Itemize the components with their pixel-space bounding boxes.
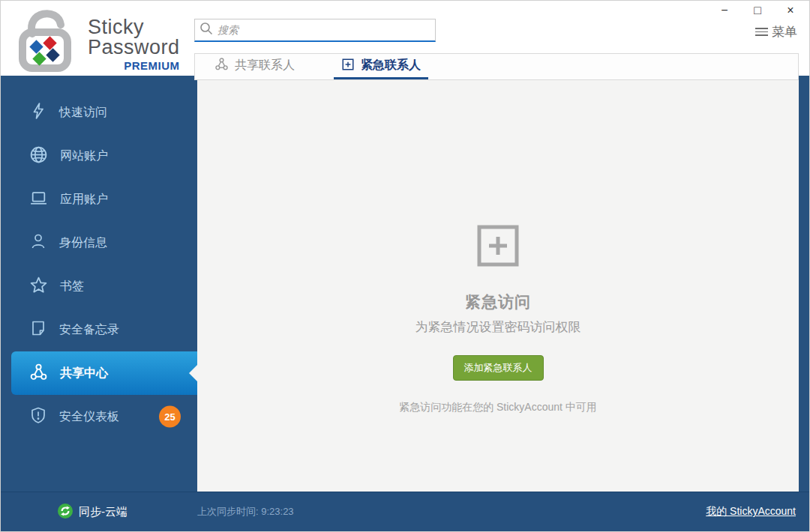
last-sync-time: 上次同步时间: 9:23:23 — [197, 492, 294, 531]
logo-line2: Password — [88, 37, 180, 58]
tab-shared-contacts[interactable]: 共享联系人 — [207, 54, 302, 79]
empty-state-note: 紧急访问功能在您的 StickyAccount 中可用 — [399, 401, 597, 414]
app-window: Sticky Password PREMIUM − □ × 菜单 — [0, 0, 810, 532]
logo-text: Sticky Password PREMIUM — [88, 17, 180, 72]
star-icon — [29, 276, 48, 297]
sync-label: 同步-云端 — [79, 505, 128, 519]
tab-bar: 共享联系人 紧急联系人 — [194, 53, 799, 80]
sidebar-item-label: 书签 — [60, 279, 84, 294]
globe-icon — [29, 145, 48, 167]
emergency-contacts-panel: 紧急访问 为紧急情况设置密码访问权限 添加紧急联系人 紧急访问功能在您的 Sti… — [197, 76, 799, 492]
window-controls: − □ × — [713, 2, 802, 19]
sidebar-item-label: 安全备忘录 — [59, 322, 119, 338]
logo-line1: Sticky — [88, 17, 180, 37]
share-center-icon — [29, 363, 48, 384]
big-plus-square-icon — [476, 224, 520, 270]
maximize-button[interactable]: □ — [746, 2, 769, 19]
person-icon — [29, 232, 47, 253]
sidebar-item-label: 共享中心 — [60, 366, 108, 381]
sidebar-item-app-accounts[interactable]: 应用账户 — [1, 178, 197, 221]
laptop-icon — [29, 189, 48, 211]
share-icon — [214, 57, 229, 74]
empty-state-subtitle: 为紧急情况设置密码访问权限 — [416, 318, 581, 336]
selected-item-notch — [189, 365, 197, 381]
sync-icon — [58, 504, 73, 521]
security-issues-badge: 25 — [159, 406, 181, 428]
status-bar: 同步-云端 上次同步时间: 9:23:23 我的 StickyAccount — [1, 492, 810, 532]
search-box[interactable] — [194, 19, 436, 42]
shield-alert-icon — [29, 406, 47, 427]
my-stickyaccount-link[interactable]: 我的 StickyAccount — [706, 492, 796, 531]
sticky-password-lock-icon — [10, 4, 82, 76]
empty-state-title: 紧急访问 — [465, 291, 531, 312]
sidebar-item-quick-access[interactable]: 快速访问 — [1, 91, 197, 134]
menu-button[interactable]: 菜单 — [755, 23, 797, 40]
sidebar-item-security-dashboard[interactable]: 安全仪表板 25 — [1, 395, 197, 438]
tab-label: 紧急联系人 — [361, 58, 421, 73]
sidebar-item-label: 安全仪表板 — [59, 409, 119, 425]
tab-label: 共享联系人 — [235, 58, 295, 73]
plus-square-icon — [341, 58, 355, 74]
close-button[interactable]: × — [779, 2, 802, 19]
sidebar-item-label: 身份信息 — [59, 235, 107, 251]
search-icon — [200, 22, 213, 38]
lightning-icon — [29, 102, 47, 123]
app-logo: Sticky Password PREMIUM — [10, 4, 180, 76]
sidebar-item-secure-memos[interactable]: 安全备忘录 — [1, 308, 197, 351]
sidebar-item-label: 网站账户 — [60, 148, 108, 164]
minimize-button[interactable]: − — [713, 2, 736, 19]
sidebar-item-web-accounts[interactable]: 网站账户 — [1, 134, 197, 178]
search-input[interactable] — [218, 24, 430, 36]
sidebar: 快速访问 网站账户 应用账户 — [1, 76, 197, 492]
hamburger-icon — [755, 28, 768, 36]
right-border-strip — [799, 76, 810, 492]
tab-emergency-contacts[interactable]: 紧急联系人 — [334, 54, 428, 79]
premium-badge: PREMIUM — [88, 59, 180, 72]
menu-label: 菜单 — [772, 23, 797, 40]
sidebar-item-identities[interactable]: 身份信息 — [1, 221, 197, 265]
sidebar-item-label: 快速访问 — [59, 105, 107, 121]
add-emergency-contact-button[interactable]: 添加紧急联系人 — [453, 355, 544, 381]
sync-status[interactable]: 同步-云端 — [58, 492, 128, 531]
memo-icon — [29, 319, 47, 340]
sidebar-item-label: 应用账户 — [60, 192, 108, 208]
sidebar-item-bookmarks[interactable]: 书签 — [1, 265, 197, 308]
sidebar-item-sharing-center[interactable]: 共享中心 — [11, 351, 197, 395]
